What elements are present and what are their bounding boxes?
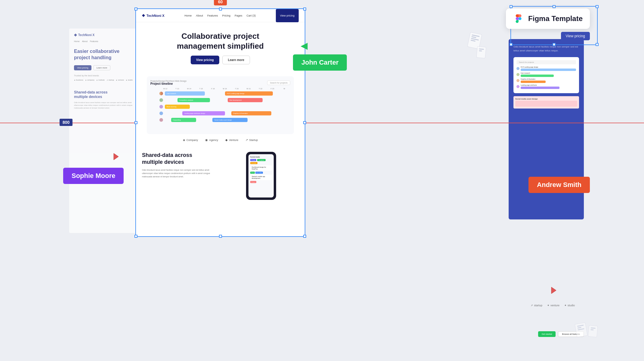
- timeline-section: Projects/Design/TechNoni Web Design Proj…: [147, 76, 294, 134]
- bar-user-research: User research: [165, 91, 205, 96]
- bar-graphics: Graphics & Illustration: [231, 111, 271, 115]
- timeline-search[interactable]: Search for projects: [267, 81, 290, 85]
- logo-icon: [74, 34, 77, 37]
- avatar-5: [159, 118, 163, 122]
- timeline-row-1: User research Hi-Fi Landing page design: [159, 91, 290, 96]
- brand-venture-right: ✦ venture: [547, 304, 559, 307]
- floating-doc-bottom-right: [576, 323, 597, 337]
- mockup-navbar: TechNoni X Home About Features Pricing P…: [136, 9, 305, 22]
- shared-data-section: Shared-data across multiple devices Odio…: [136, 146, 305, 206]
- brand-studio-right: ✦ studio: [564, 304, 575, 307]
- brand-venture: ◆ Venture: [225, 138, 238, 142]
- right-panel-search: Search for projects: [516, 60, 576, 64]
- brand-startup-right: ↗ startup: [531, 304, 542, 307]
- mockup-hero-section: Collaborative project management simplif…: [136, 22, 305, 76]
- figma-template-badge: Figma Template View pricing: [506, 8, 590, 29]
- timeline-row-4: Landing page wireframe design Graphics &…: [159, 111, 290, 115]
- left-preview-panel: TechNoni X Home About Features Easier co…: [69, 29, 138, 233]
- nav-logo-icon: [142, 14, 145, 17]
- right-panel-inner-box: Search for projects Hi-Fi Landing page d…: [513, 57, 579, 93]
- timeline-row-2: Competitors analysis Start development: [159, 98, 290, 102]
- left-preview-learn-btn[interactable]: Learn more: [93, 65, 111, 70]
- rp-avatar-1: [516, 67, 519, 70]
- figma-icon: [513, 13, 524, 24]
- brand-agency: ◉ Agency: [205, 138, 218, 142]
- shared-text-area: Shared-data across multiple devices Odio…: [142, 152, 217, 178]
- hero-view-pricing-btn[interactable]: View pricing: [191, 56, 219, 64]
- get-started-btn[interactable]: Get started: [538, 331, 556, 337]
- nav-view-pricing-btn[interactable]: View pricing: [276, 9, 299, 22]
- bar-competitors: Competitors analysis: [177, 98, 210, 102]
- floating-doc-right-mid: [477, 47, 486, 58]
- avatar-4: [159, 112, 163, 115]
- phone-task-1: Dashboard design for DataPlus: [250, 165, 272, 171]
- hero-buttons: View pricing Learn more: [148, 56, 293, 64]
- timeline-title: Project timeline: [150, 82, 186, 85]
- dimension-label-800: 800: [60, 119, 72, 126]
- phone-task-2: Startech mobile app development: [250, 175, 272, 180]
- andrew-smith-badge: Andrew Smith: [528, 177, 590, 193]
- bar-hifi: Hi-Fi Landing page design: [225, 91, 273, 96]
- bar-wireframe: Landing page wireframe design: [182, 111, 225, 115]
- left-preview-heading: Easier collaborativeproject handling: [74, 48, 134, 61]
- timeline-row-3: Brain storming: [159, 105, 290, 109]
- timeline-wrapper: Projects/Design/TechNoni Web Design Proj…: [136, 76, 305, 134]
- rp-bar-3: [521, 81, 546, 83]
- figma-view-pricing-btn[interactable]: View pricing: [561, 32, 590, 40]
- right-panel-row-2: User research: [516, 72, 576, 77]
- right-panel-row-4: Landing page wireframe: [516, 84, 576, 89]
- john-carter-badge: John Carter: [293, 54, 347, 71]
- rp-bar-2: [521, 75, 554, 77]
- left-preview-shared-text: Odio tincidunt lacus amet facilisis nequ…: [74, 101, 134, 109]
- rp-avatar-3: [516, 79, 519, 82]
- nav-logo: TechNoni X: [142, 14, 165, 17]
- floating-doc-right-top: [469, 33, 481, 48]
- left-preview-brands: ✦business ✦company ✦institute ↗startup ✦…: [74, 79, 134, 81]
- guide-line-horizontal: [0, 123, 644, 123]
- cursor-right: [551, 286, 557, 295]
- bar-social: Social media asset design: [212, 118, 248, 122]
- figma-template-text: Figma Template: [528, 14, 583, 23]
- left-preview-pricing-btn[interactable]: View pricing: [74, 65, 91, 70]
- main-website-mockup: TechNoni X Home About Features Pricing P…: [136, 9, 305, 236]
- timeline-header: Projects/Design/TechNoni Web Design Proj…: [150, 80, 290, 85]
- phone-screen: Current tasks Priority Completed In revi…: [248, 154, 274, 197]
- rp-avatar-4: [516, 85, 519, 88]
- timeline-row-5: Copywriting Social media asset design: [159, 118, 290, 122]
- trusted-text: Trusted by the best brands: [74, 75, 134, 77]
- left-preview-nav: Home About Features: [74, 40, 134, 42]
- phone-mockup: Current tasks Priority Completed In revi…: [246, 152, 276, 200]
- nav-links: Home About Features Pricing Pages Cart (…: [184, 14, 256, 17]
- left-preview-buttons: View pricing Learn more: [74, 65, 134, 70]
- timeline-bars-container: User research Hi-Fi Landing page design …: [150, 91, 290, 130]
- hero-learn-more-btn[interactable]: Learn more: [222, 56, 250, 64]
- avatar-2: [159, 98, 163, 102]
- brand-startup: ↗ Startup: [245, 138, 258, 142]
- bar-copywriting: Copywriting: [171, 118, 196, 122]
- green-arrow-pointer: ◀: [301, 41, 307, 51]
- hero-title: Collaborative project management simplif…: [148, 31, 293, 51]
- shared-device-area: Current tasks Priority Completed In revi…: [223, 152, 299, 200]
- right-panel-row-1: Hi-Fi Landing page design: [516, 66, 576, 71]
- rp-bar-4: [521, 87, 559, 89]
- right-panel-text: Odio tincidunt lacus amet facilisis nequ…: [513, 45, 579, 53]
- avatar-1: [159, 92, 163, 95]
- brand-company: ◈ Company: [183, 138, 198, 142]
- shared-title: Shared-data across multiple devices: [142, 152, 217, 166]
- shared-description: Odio tincidunt lacus amet facilisis nequ…: [142, 168, 217, 179]
- bar-start-dev: Start development: [228, 98, 263, 102]
- bottom-right-brands: ↗ startup ✦ venture ✦ studio: [531, 304, 575, 307]
- sophie-moore-badge: Sophie Moore: [63, 168, 124, 184]
- brand-logos-bar: ◈ Company ◉ Agency ◆ Venture ↗ Startup: [136, 134, 305, 146]
- rp-avatar-2: [516, 73, 519, 76]
- left-preview-shared-title: Shared-data acrossmultiple devices: [74, 90, 134, 99]
- bar-brainstorm: Brain storming: [165, 105, 190, 109]
- avatar-3: [159, 105, 163, 109]
- rp-bar-1: [521, 69, 576, 71]
- timeline-path: Projects/Design/TechNoni Web Design: [150, 80, 186, 82]
- left-preview-logo: TechNoni X: [74, 33, 134, 37]
- cursor-left: [113, 153, 119, 162]
- right-panel-row-3: Graphics & Illustration: [516, 78, 576, 83]
- right-panel-social-card: Social media asset design: [513, 96, 579, 109]
- timeline-months: M 12 T 13 W 14 T 15 F 16 M 19 T 20 W 21 …: [150, 88, 290, 90]
